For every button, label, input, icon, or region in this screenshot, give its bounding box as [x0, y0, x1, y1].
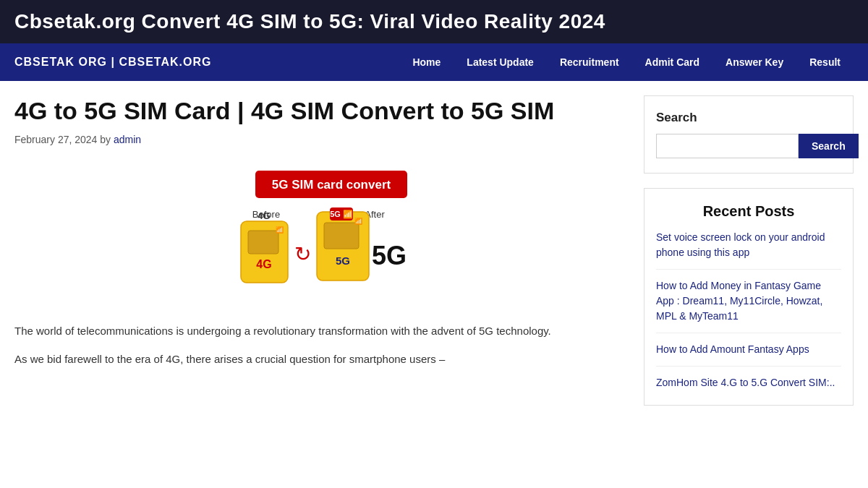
- article-paragraph-2: As we bid farewell to the era of 4G, the…: [14, 350, 626, 369]
- nav-link-result[interactable]: Result: [796, 45, 854, 80]
- article-date: February 27, 2024: [14, 134, 97, 145]
- nav-item-latest-update[interactable]: Latest Update: [454, 45, 547, 80]
- nav-item-admit-card[interactable]: Admit Card: [632, 45, 712, 80]
- search-input[interactable]: [656, 134, 799, 158]
- nav-logo[interactable]: CBSETAK ORG | CBSETAK.ORG: [14, 56, 211, 69]
- search-widget: Search Search: [644, 95, 854, 174]
- svg-text:5G: 5G: [372, 241, 407, 270]
- article-paragraph-1: The world of telecommunications is under…: [14, 322, 626, 341]
- recent-post-link-1[interactable]: Set voice screen lock on your android ph…: [656, 231, 825, 258]
- article-by: by: [100, 134, 111, 145]
- nav-item-recruitment[interactable]: Recruitment: [547, 45, 632, 80]
- svg-text:5G SIM card convert: 5G SIM card convert: [272, 178, 391, 192]
- nav-link-answer-key[interactable]: Answer Key: [712, 45, 796, 80]
- svg-text:5G: 5G: [336, 254, 350, 267]
- svg-rect-10: [324, 223, 359, 249]
- svg-text:📶: 📶: [276, 226, 284, 234]
- search-widget-title: Search: [656, 111, 841, 125]
- article-meta: February 27, 2024 by admin: [14, 134, 626, 145]
- nav-item-answer-key[interactable]: Answer Key: [712, 45, 796, 80]
- sim-image-box: 5G SIM card convert Before After 4G 📶 ↻: [205, 160, 436, 304]
- nav-link-admit-card[interactable]: Admit Card: [632, 45, 712, 80]
- top-title-bar: Cbsetak.org Convert 4G SIM to 5G: Viral …: [0, 0, 868, 43]
- nav-menu: Home Latest Update Recruitment Admit Car…: [399, 45, 854, 80]
- recent-posts-widget: Recent Posts Set voice screen lock on yo…: [644, 188, 854, 406]
- list-item: How to Add Money in Fantasy Game App : D…: [656, 278, 841, 333]
- svg-text:4G: 4G: [256, 258, 271, 270]
- article-title: 4G to 5G SIM Card | 4G SIM Convert to 5G…: [14, 95, 626, 127]
- recent-post-link-3[interactable]: How to Add Amount Fantasy Apps: [656, 343, 809, 355]
- navigation-bar: CBSETAK ORG | CBSETAK.ORG Home Latest Up…: [0, 43, 868, 81]
- nav-link-recruitment[interactable]: Recruitment: [547, 45, 632, 80]
- article-area: 4G to 5G SIM Card | 4G SIM Convert to 5G…: [14, 95, 626, 406]
- search-form: Search: [656, 134, 841, 158]
- nav-item-result[interactable]: Result: [796, 45, 854, 80]
- nav-link-home[interactable]: Home: [399, 45, 454, 80]
- list-item: How to Add Amount Fantasy Apps: [656, 342, 841, 367]
- page-main-title: Cbsetak.org Convert 4G SIM to 5G: Viral …: [14, 10, 854, 33]
- sim-image-container: 5G SIM card convert Before After 4G 📶 ↻: [14, 160, 626, 304]
- svg-rect-5: [248, 231, 278, 254]
- main-wrapper: 4G to 5G SIM Card | 4G SIM Convert to 5G…: [0, 81, 868, 406]
- sim-illustration: 5G SIM card convert Before After 4G 📶 ↻: [212, 167, 429, 301]
- svg-text:4G: 4G: [258, 210, 270, 221]
- recent-posts-title: Recent Posts: [656, 203, 841, 220]
- svg-text:5G 📶: 5G 📶: [330, 209, 353, 219]
- recent-post-link-2[interactable]: How to Add Money in Fantasy Game App : D…: [656, 280, 822, 322]
- article-author-link[interactable]: admin: [114, 134, 141, 145]
- nav-item-home[interactable]: Home: [399, 45, 454, 80]
- search-button[interactable]: Search: [799, 134, 859, 158]
- svg-text:📶: 📶: [354, 217, 363, 226]
- list-item: Set voice screen lock on your android ph…: [656, 230, 841, 270]
- recent-post-link-4[interactable]: ZomHom Site 4.G to 5.G Convert SIM:..: [656, 377, 835, 388]
- list-item: ZomHom Site 4.G to 5.G Convert SIM:..: [656, 375, 841, 390]
- article-body: The world of telecommunications is under…: [14, 322, 626, 369]
- sidebar: Search Search Recent Posts Set voice scr…: [644, 95, 854, 406]
- svg-text:↻: ↻: [294, 243, 311, 265]
- nav-link-latest-update[interactable]: Latest Update: [454, 45, 547, 80]
